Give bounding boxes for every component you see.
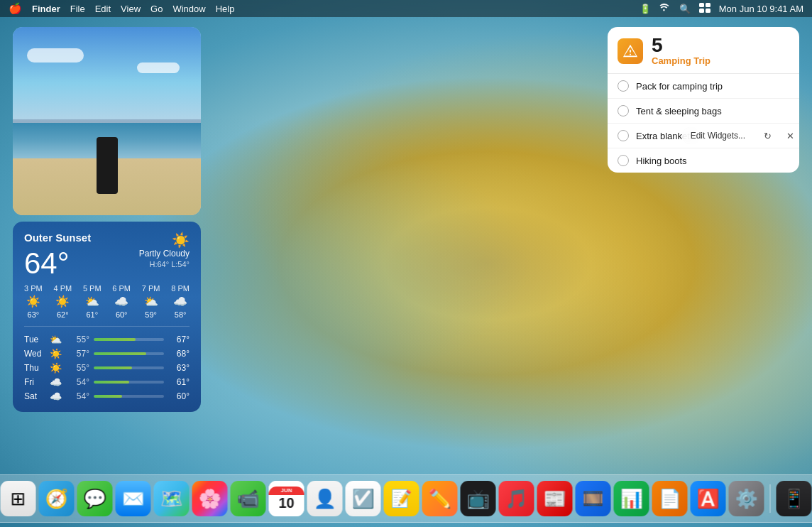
- weather-condition-block: Partly Cloudy H:64° L:54°: [139, 249, 190, 268]
- svg-rect-1: [706, 3, 710, 7]
- battery-icon[interactable]: 🔋: [640, 4, 651, 14]
- svg-rect-0: [699, 3, 704, 7]
- menubar-file[interactable]: File: [70, 4, 85, 14]
- menubar-help[interactable]: Help: [216, 4, 235, 14]
- weather-hourly: 3 PM ☀️ 63° 4 PM ☀️ 62° 5 PM ⛅ 61° 6 PM …: [24, 284, 190, 327]
- daily-low: 57°: [68, 349, 89, 359]
- hourly-item: 4 PM ☀️ 62°: [53, 284, 72, 319]
- reminder-radio[interactable]: [618, 130, 629, 141]
- dock-icon-safari[interactable]: 🧭: [39, 481, 75, 516]
- dock-icon-freeform[interactable]: ✏️: [422, 481, 458, 516]
- dock-icon-notes[interactable]: 📝: [384, 481, 419, 516]
- reminder-text: Tent & sleeping bags: [636, 106, 722, 116]
- menubar-go[interactable]: Go: [150, 4, 163, 14]
- daily-high: 61°: [168, 377, 190, 387]
- reminder-item: Tent & sleeping bags: [608, 99, 799, 124]
- hourly-time: 3 PM: [24, 284, 43, 293]
- daily-row: Sat ☁️ 54° 60°: [24, 391, 190, 402]
- dock-icon-photos[interactable]: 🌸: [192, 481, 228, 516]
- reminders-list-name: Camping Trip: [652, 55, 710, 66]
- daily-high: 68°: [168, 349, 190, 359]
- photo-figure: [97, 137, 118, 194]
- photo-cloud1: [27, 48, 84, 63]
- dock-icon-news[interactable]: 📰: [537, 481, 573, 516]
- hourly-item: 6 PM ☁️ 60°: [112, 284, 131, 319]
- dock-icon-contacts[interactable]: 👤: [307, 481, 343, 516]
- weather-location: Outer Sunset: [24, 232, 91, 244]
- datetime[interactable]: Mon Jun 10 9:41 AM: [719, 4, 803, 14]
- menubar-edit[interactable]: Edit: [95, 4, 111, 14]
- weather-daily: Tue ⛅ 55° 67° Wed ☀️ 57° 68° Thu ☀️ 55° …: [24, 334, 190, 402]
- dock-icon-systemprefs[interactable]: ⚙️: [729, 481, 764, 516]
- daily-low: 55°: [68, 335, 89, 344]
- reminders-items: Pack for camping trip Tent & sleeping ba…: [608, 74, 799, 173]
- photo-cloud2: [137, 63, 180, 73]
- hourly-time: 8 PM: [171, 284, 190, 293]
- hourly-temp: 63°: [28, 310, 40, 319]
- daily-high: 63°: [168, 363, 190, 373]
- edit-widgets-button[interactable]: Edit Widgets...: [682, 127, 754, 144]
- search-icon[interactable]: 🔍: [679, 4, 691, 14]
- menubar-window[interactable]: Window: [172, 4, 205, 14]
- dock-icon-messages[interactable]: 💬: [77, 481, 113, 516]
- daily-high: 60°: [168, 391, 190, 401]
- hourly-icon: ☁️: [173, 295, 187, 308]
- dock-icon-music[interactable]: 🎵: [499, 481, 534, 516]
- dock-icon-facetime[interactable]: 📹: [231, 481, 266, 516]
- reminder-text: Pack for camping trip: [636, 81, 723, 92]
- daily-bar: [94, 352, 146, 355]
- dock-icon-reminders[interactable]: ☑️: [346, 481, 381, 516]
- dock-icon-maps[interactable]: 🗺️: [154, 481, 190, 516]
- reminder-radio[interactable]: [618, 105, 629, 116]
- menubar-view[interactable]: View: [121, 4, 141, 14]
- hourly-temp: 59°: [145, 310, 157, 319]
- menubar-finder[interactable]: Finder: [32, 4, 60, 14]
- hourly-item: 8 PM ☁️ 58°: [171, 284, 190, 319]
- dock-divider: [770, 484, 771, 513]
- hourly-item: 7 PM ⛅ 59°: [142, 284, 160, 319]
- dock-icon-launchpad[interactable]: ⊞: [1, 481, 36, 516]
- daily-day: Thu: [24, 363, 45, 373]
- daily-low: 55°: [68, 363, 89, 373]
- wifi-icon[interactable]: [659, 4, 671, 14]
- daily-row: Fri ☁️ 54° 61°: [24, 376, 190, 388]
- daily-bar-container: [94, 338, 164, 341]
- reminder-item: Pack for camping trip: [608, 74, 799, 99]
- hourly-temp: 60°: [116, 310, 128, 319]
- close-widget-button[interactable]: ✕: [781, 126, 799, 145]
- dock-icons: ⊞🧭💬✉️🗺️🌸📹JUN10👤☑️📝✏️📺🎵📰🎞️📊📄🅰️⚙️📱🗑️: [0, 481, 812, 516]
- hourly-item: 5 PM ⛅ 61°: [83, 284, 102, 319]
- daily-day: Tue: [24, 335, 45, 344]
- reminders-count: 5: [652, 36, 710, 55]
- close-icon: ✕: [786, 131, 794, 141]
- reminders-header: 5 Camping Trip: [608, 27, 799, 74]
- apple-menu[interactable]: 🍎: [9, 2, 22, 15]
- dock-icon-pages[interactable]: 📄: [652, 481, 688, 516]
- daily-icon: ⛅: [50, 334, 64, 345]
- dock-icon-keynote[interactable]: 🎞️: [576, 481, 611, 516]
- dock-icon-iphone[interactable]: 📱: [777, 481, 812, 516]
- control-center-icon[interactable]: [699, 3, 710, 15]
- hourly-temp: 62°: [57, 310, 69, 319]
- daily-day: Wed: [24, 349, 45, 359]
- reminders-widget: 5 Camping Trip Pack for camping trip Ten…: [608, 27, 799, 173]
- hourly-time: 5 PM: [83, 284, 102, 293]
- daily-bar-container: [94, 381, 164, 384]
- dock-icon-appletv[interactable]: 📺: [461, 481, 496, 516]
- reminder-radio[interactable]: [618, 155, 629, 166]
- reminder-radio[interactable]: [618, 80, 629, 92]
- svg-rect-2: [699, 9, 704, 13]
- dock-icon-mail[interactable]: ✉️: [116, 481, 151, 516]
- widget-controls: Edit Widgets... ↻ ✕: [682, 126, 799, 145]
- rotate-widget-button[interactable]: ↻: [758, 126, 777, 145]
- hourly-icon: ☀️: [55, 295, 70, 308]
- svg-rect-3: [706, 9, 710, 13]
- photo-sky: [13, 27, 201, 119]
- dock-icon-appstore[interactable]: 🅰️: [691, 481, 726, 516]
- daily-bar: [94, 381, 129, 384]
- dock-icon-numbers[interactable]: 📊: [614, 481, 649, 516]
- rotate-icon: ↻: [764, 131, 772, 141]
- daily-icon: ☀️: [50, 362, 64, 374]
- daily-bar-container: [94, 395, 164, 398]
- dock-icon-calendar[interactable]: JUN10: [269, 481, 304, 516]
